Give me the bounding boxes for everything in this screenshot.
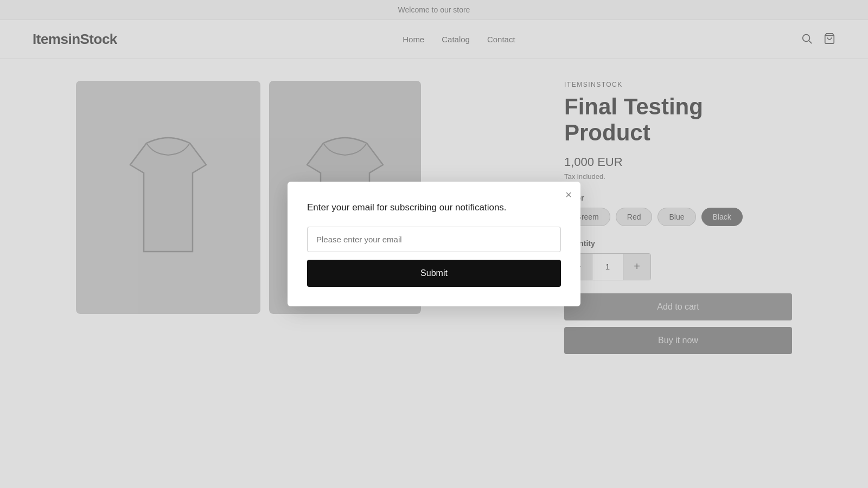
modal-close-button[interactable]: ×	[565, 189, 572, 200]
modal-overlay[interactable]: × Enter your email for subscribing our n…	[0, 0, 868, 376]
email-input[interactable]	[307, 227, 561, 252]
modal-submit-button[interactable]: Submit	[307, 260, 561, 287]
email-subscribe-modal: × Enter your email for subscribing our n…	[288, 182, 580, 307]
modal-title: Enter your email for subscribing our not…	[307, 201, 561, 214]
